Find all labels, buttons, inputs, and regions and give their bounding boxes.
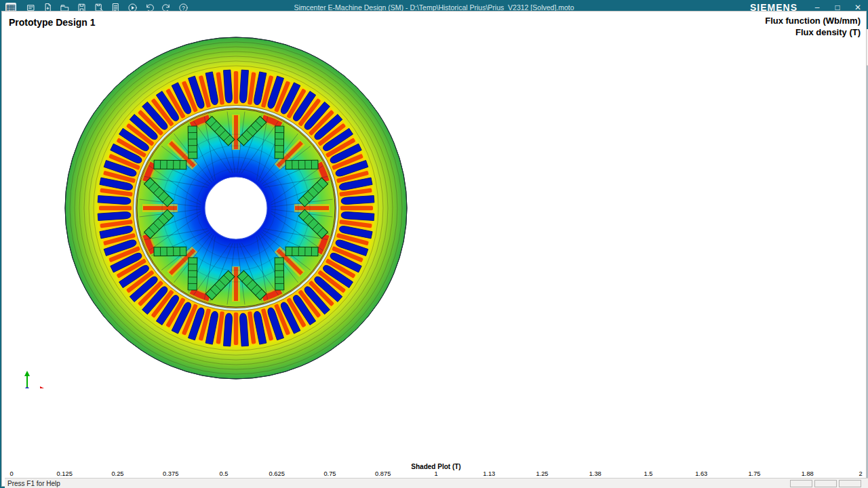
colorbar-tick: 0.125 — [57, 470, 73, 477]
orientation-triad — [24, 371, 45, 388]
status-cells — [790, 480, 868, 487]
colorbar-tick: 0.5 — [220, 470, 229, 477]
svg-text:?: ? — [182, 5, 185, 11]
colorbar-ticks: 00.1250.250.3750.50.6250.750.87511.131.2… — [12, 470, 861, 478]
result-viewer: ModelField (Instantaneous fields)ChartTa… — [0, 0, 498, 412]
status-bar: Press F1 for Help — [5, 478, 868, 488]
colorbar-tick: 2 — [859, 470, 862, 477]
colorbar-tick: 0.875 — [375, 470, 391, 477]
colorbar-tick: 1.13 — [483, 470, 495, 477]
colorbar-tick: 1.38 — [589, 470, 601, 477]
legend-flux-function: Flux function (Wb/mm) — [765, 16, 861, 27]
status-cell — [814, 480, 837, 487]
colorbar-tick: 1.88 — [802, 470, 814, 477]
colorbar-tick: 1.75 — [748, 470, 760, 477]
colorbar-tick: 0.375 — [163, 470, 178, 477]
colorbar-tick: 0.75 — [323, 470, 336, 477]
status-cell — [790, 480, 812, 487]
colorbar-tick: 0.625 — [269, 470, 285, 477]
legend-flux-density: Flux density (T) — [765, 27, 861, 39]
status-help-text: Press F1 for Help — [7, 480, 60, 487]
status-cell — [839, 480, 861, 487]
colorbar-title: Shaded Plot (T) — [12, 463, 861, 470]
colorbar-tick: 1.63 — [695, 470, 707, 477]
colorbar-tick: 0 — [9, 470, 13, 477]
colorbar-tick: 1.5 — [644, 470, 653, 477]
field-plot-canvas: Prototype Design 1 Flux function (Wb/mm)… — [1, 11, 867, 487]
motor-cross-section-plot[interactable] — [2, 12, 497, 388]
plot-legend: Flux function (Wb/mm) Flux density (T) — [765, 16, 861, 39]
colorbar-tick: 1 — [434, 470, 437, 477]
colorbar-tick: 0.25 — [111, 470, 123, 477]
colorbar-tick: 1.25 — [536, 470, 548, 477]
